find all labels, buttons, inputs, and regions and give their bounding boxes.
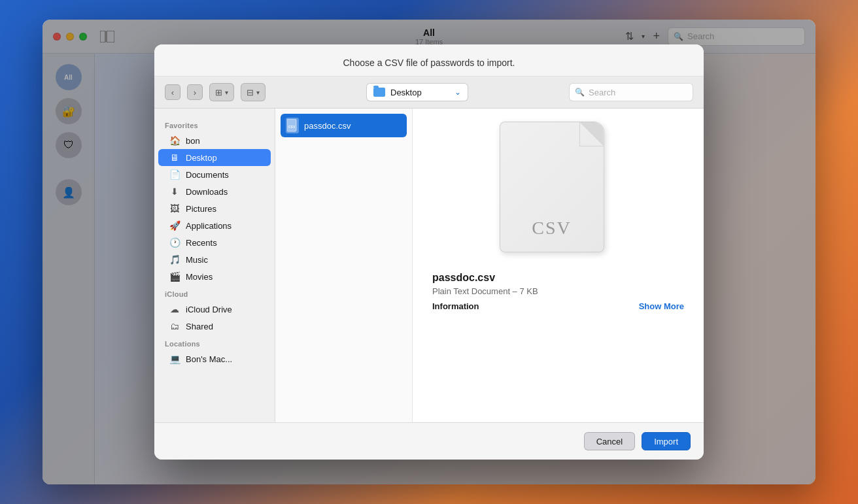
sidebar-item-desktop[interactable]: 🖥 Desktop <box>158 149 271 166</box>
grid-icon: ⊟ <box>247 88 254 97</box>
file-info: passdoc.csv Plain Text Document – 7 KB I… <box>426 272 691 311</box>
modal-search-bar[interactable]: 🔍 Search <box>569 83 693 101</box>
recents-icon: 🕐 <box>169 237 180 248</box>
csv-icon-small: CSV <box>286 118 299 133</box>
modal-footer: Cancel Import <box>154 422 704 460</box>
file-item-passdoc[interactable]: CSV passdoc.csv <box>281 114 407 137</box>
sidebar-recents-label: Recents <box>186 238 217 248</box>
sidebar-shared-label: Shared <box>186 322 213 331</box>
modal-search-placeholder: Search <box>589 88 615 97</box>
shared-icon: 🗂 <box>169 321 180 331</box>
music-icon: 🎵 <box>169 254 180 265</box>
icloud-label: iCloud <box>154 285 275 301</box>
column-view-button[interactable]: ⊞ ▾ <box>209 83 234 101</box>
info-label: Information <box>432 301 479 311</box>
preview-file-meta: Plain Text Document – 7 KB <box>432 286 684 296</box>
movies-icon: 🎬 <box>169 271 180 282</box>
search-icon: 🔍 <box>575 88 585 97</box>
chevron-location-icon: ⌄ <box>455 88 461 97</box>
sidebar-bon-label: bon <box>186 136 200 146</box>
file-info-section: Information Show More <box>432 301 684 311</box>
modal-sidebar: Favorites 🏠 bon 🖥 Desktop 📄 Documents <box>154 109 275 422</box>
background-window: All 17 Items ⇅ ▾ + 🔍 Search All 🔐 <box>43 20 815 484</box>
sidebar-pictures-label: Pictures <box>186 204 216 214</box>
sidebar-downloads-label: Downloads <box>186 187 228 197</box>
pictures-icon: 🖼 <box>169 203 180 214</box>
sidebar-item-movies[interactable]: 🎬 Movies <box>158 268 271 285</box>
modal-body: Favorites 🏠 bon 🖥 Desktop 📄 Documents <box>154 109 704 422</box>
file-picker-modal: Choose a CSV file of passwords to import… <box>154 44 704 460</box>
home-icon: 🏠 <box>169 135 180 146</box>
location-label: Desktop <box>390 88 449 97</box>
modal-overlay: Choose a CSV file of passwords to import… <box>43 20 815 484</box>
sidebar-applications-label: Applications <box>186 221 232 231</box>
forward-button[interactable]: › <box>187 84 203 100</box>
sidebar-item-icloud-drive[interactable]: ☁ iCloud Drive <box>158 301 271 318</box>
preview-area: CSV passdoc.csv Plain Text Document – 7 … <box>413 109 704 422</box>
sidebar-item-recents[interactable]: 🕐 Recents <box>158 234 271 251</box>
applications-icon: 🚀 <box>169 220 180 231</box>
import-button[interactable]: Import <box>642 432 691 450</box>
csv-large-icon: CSV <box>500 122 617 259</box>
column-view-icon: ⊞ <box>215 88 222 97</box>
preview-file-name: passdoc.csv <box>432 272 684 284</box>
back-icon: ‹ <box>171 88 174 97</box>
forward-icon: › <box>194 88 196 97</box>
locations-label: Locations <box>154 335 275 350</box>
sidebar-music-label: Music <box>186 255 208 265</box>
csv-paper: CSV <box>500 122 604 252</box>
downloads-icon: ⬇ <box>169 186 180 197</box>
folder-icon <box>373 88 385 97</box>
mac-icon: 💻 <box>169 354 180 364</box>
icloud-drive-icon: ☁ <box>169 304 180 314</box>
back-button[interactable]: ‹ <box>165 84 180 100</box>
modal-header: Choose a CSV file of passwords to import… <box>154 44 704 76</box>
chevron-grid-icon: ▾ <box>256 89 260 96</box>
show-more-link[interactable]: Show More <box>639 301 684 311</box>
sidebar-item-documents[interactable]: 📄 Documents <box>158 166 271 183</box>
file-name-label: passdoc.csv <box>304 121 351 131</box>
sidebar-movies-label: Movies <box>186 272 213 282</box>
sidebar-item-downloads[interactable]: ⬇ Downloads <box>158 183 271 200</box>
modal-toolbar: ‹ › ⊞ ▾ ⊟ ▾ Desktop ⌄ <box>154 76 704 109</box>
sidebar-item-shared[interactable]: 🗂 Shared <box>158 318 271 335</box>
sidebar-bons-mac-label: Bon's Mac... <box>186 354 232 364</box>
modal-content-area: CSV passdoc.csv CSV <box>275 109 704 422</box>
csv-type-label: CSV <box>532 218 571 239</box>
sidebar-desktop-label: Desktop <box>186 153 217 163</box>
location-selector[interactable]: Desktop ⌄ <box>366 83 468 101</box>
cancel-button[interactable]: Cancel <box>584 432 635 450</box>
chevron-view-icon: ▾ <box>225 89 228 96</box>
sidebar-item-bons-mac[interactable]: 💻 Bon's Mac... <box>158 350 271 367</box>
grid-view-button[interactable]: ⊟ ▾ <box>241 83 266 101</box>
file-list: CSV passdoc.csv <box>275 109 413 422</box>
sidebar-icloud-label: iCloud Drive <box>186 305 232 314</box>
sidebar-item-music[interactable]: 🎵 Music <box>158 251 271 268</box>
svg-text:CSV: CSV <box>288 125 296 129</box>
favorites-label: Favorites <box>154 116 275 132</box>
sidebar-item-applications[interactable]: 🚀 Applications <box>158 217 271 234</box>
sidebar-documents-label: Documents <box>186 170 229 180</box>
desktop-icon: 🖥 <box>169 152 180 163</box>
sidebar-item-bon[interactable]: 🏠 bon <box>158 132 271 149</box>
modal-header-text: Choose a CSV file of passwords to import… <box>343 58 515 68</box>
documents-icon: 📄 <box>169 169 180 180</box>
sidebar-item-pictures[interactable]: 🖼 Pictures <box>158 200 271 217</box>
